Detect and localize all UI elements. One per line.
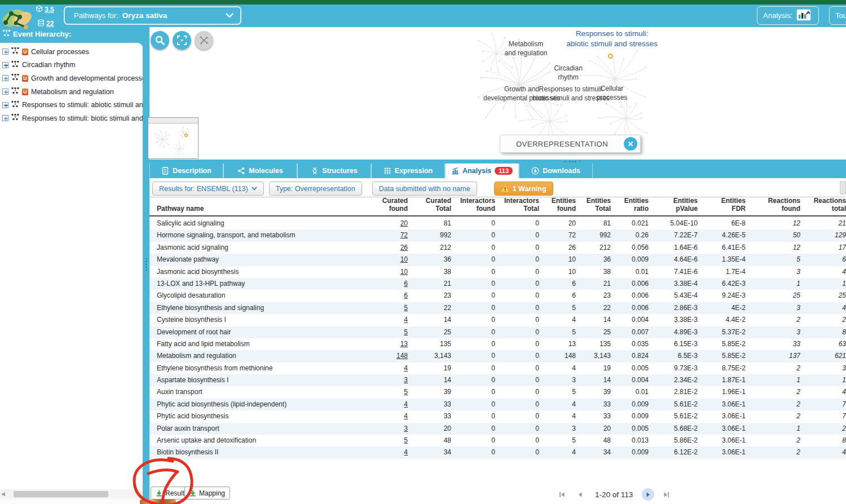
- table-row[interactable]: Jasmonic acid signaling 26 212 0 0 26 21…: [149, 242, 846, 254]
- pathway-name-link[interactable]: 13-LOX and 13-HPL pathway: [157, 280, 245, 288]
- table-row[interactable]: Fatty acid and lipid metabolism 13 135 0…: [149, 338, 846, 350]
- diagram-version-link[interactable]: 3.5: [36, 5, 54, 14]
- curated-found-link[interactable]: 6: [404, 291, 408, 299]
- curated-found-link[interactable]: 3: [404, 376, 408, 384]
- expand-plus-icon[interactable]: [2, 115, 8, 121]
- app-logo[interactable]: [1, 6, 34, 32]
- pathway-label-abiotic-selected[interactable]: Responses to stimuli: abiotic stimuli an…: [558, 29, 666, 48]
- table-row[interactable]: Arsenic uptake and detoxification 5 48 0…: [149, 435, 846, 446]
- pathway-label-circadian[interactable]: Circadian rhythm: [541, 64, 595, 82]
- tab-molecules[interactable]: Molecules: [223, 163, 297, 178]
- sidebar-item-label[interactable]: Responses to stimuli: biotic stimuli and…: [22, 114, 143, 122]
- scrollbar-thumb[interactable]: [14, 491, 108, 497]
- curated-found-link[interactable]: 13: [400, 340, 408, 348]
- pathway-name-link[interactable]: Auxin transport: [157, 388, 202, 396]
- selected-pathway-marker[interactable]: [608, 54, 613, 59]
- last-page-icon[interactable]: [660, 488, 672, 501]
- scroll-left-icon[interactable]: ◀: [1, 491, 5, 497]
- column-header[interactable]: Entities FDR: [698, 197, 746, 215]
- table-row[interactable]: Metabolism and regulation 148 3,143 0 0 …: [149, 350, 846, 362]
- sidebar-item-label[interactable]: Circadian rhythm: [22, 61, 75, 69]
- curated-found-link[interactable]: 10: [400, 255, 408, 263]
- pathway-name-link[interactable]: Salicylic acid signaling: [157, 219, 224, 227]
- species-selector[interactable]: Pathways for: Oryza sativa: [64, 6, 241, 25]
- results-for-dropdown[interactable]: Results for: ENSEMBL (113): [152, 182, 264, 196]
- table-row[interactable]: Auxin transport 5 39 0 0 5 39 0.01 2.81E…: [149, 386, 846, 398]
- curated-found-link[interactable]: 5: [404, 388, 408, 396]
- vertical-scrollbar-thumb[interactable]: [840, 181, 846, 194]
- pathway-label-metabolism[interactable]: Metabolism and regulation: [485, 40, 567, 58]
- column-header[interactable]: Reactions total: [800, 197, 846, 215]
- close-icon[interactable]: ✕: [624, 137, 637, 151]
- curated-found-link[interactable]: 148: [396, 352, 408, 360]
- pathway-name-link[interactable]: Metabolism and regulation: [157, 352, 236, 360]
- expand-plus-icon[interactable]: [2, 75, 8, 81]
- sidebar-item-label[interactable]: Growth and developmental processes: [31, 74, 143, 82]
- splitter-handle-icon[interactable]: ● ●●● ▾: [564, 160, 581, 163]
- table-row[interactable]: Biotin biosynthesis II 4 34 0 0 4 34 0.0…: [149, 446, 846, 458]
- curated-found-link[interactable]: 4: [404, 400, 408, 408]
- table-row[interactable]: Polar auxin transport 3 20 0 0 3 20 0.00…: [149, 423, 846, 435]
- sidebar-item-growth-developmental[interactable]: U Growth and developmental processes: [0, 72, 143, 85]
- table-row[interactable]: Salicylic acid signaling 20 81 0 0 20 81…: [149, 218, 846, 229]
- warning-button[interactable]: 1 Warning: [494, 182, 553, 196]
- pathway-diagram-canvas[interactable]: Metabolism and regulation Responses to s…: [149, 27, 846, 160]
- table-row[interactable]: Cysteine biosynthesis I 4 14 0 0 4 14 0.…: [149, 314, 846, 326]
- first-page-icon[interactable]: [556, 488, 568, 501]
- table-row[interactable]: Jasmonic acid biosynthesis 10 38 0 0 10 …: [149, 266, 846, 278]
- column-header[interactable]: Entities ratio: [611, 197, 649, 215]
- column-header[interactable]: Interactors Total: [495, 197, 539, 215]
- analysis-tools-button[interactable]: Analysis:: [757, 6, 819, 25]
- tab-description[interactable]: Description: [149, 163, 223, 178]
- table-row[interactable]: Phytic acid biosynthesis 4 33 0 0 4 33 0…: [149, 410, 846, 422]
- pathway-name-link[interactable]: Phytic acid biosynthesis (lipid-independ…: [157, 400, 287, 408]
- table-row[interactable]: Aspartate biosynthesis I 3 14 0 0 3 14 0…: [149, 374, 846, 386]
- pathway-name-link[interactable]: Jasmonic acid biosynthesis: [157, 268, 239, 276]
- sidebar-item-label[interactable]: Cellular processes: [31, 48, 89, 56]
- column-header[interactable]: Entities pValue: [649, 197, 698, 215]
- pathway-name-link[interactable]: Cysteine biosynthesis I: [157, 316, 226, 324]
- table-row[interactable]: Ethylene biosynthesis from methionine 4 …: [149, 362, 846, 374]
- analysis-type-button[interactable]: Type: Overrepresentation: [269, 182, 362, 196]
- tab-structures[interactable]: Structures: [297, 163, 371, 178]
- pathway-name-link[interactable]: Biotin biosynthesis II: [157, 448, 218, 456]
- curated-found-link[interactable]: 4: [404, 364, 408, 372]
- tab-expression[interactable]: Expression: [371, 163, 445, 178]
- horizontal-splitter[interactable]: ● ●●● ▾: [149, 160, 846, 163]
- search-zoom-button[interactable]: [151, 31, 169, 50]
- curated-found-link[interactable]: 5: [404, 304, 408, 312]
- tour-button[interactable]: Tou: [829, 6, 846, 25]
- sidebar-item-metabolism-regulation[interactable]: U Metabolism and regulation: [0, 85, 143, 99]
- tab-downloads[interactable]: Downloads: [519, 163, 593, 178]
- pathway-overview-button[interactable]: [195, 31, 213, 50]
- table-row[interactable]: Development of root hair 5 25 0 0 5 25 0…: [149, 326, 846, 338]
- table-row[interactable]: Ethylene biosynthesis and signaling 5 22…: [149, 302, 846, 314]
- pathway-name-link[interactable]: Hormone signaling, transport, and metabo…: [157, 231, 295, 239]
- pathway-name-link[interactable]: Development of root hair: [157, 328, 231, 336]
- table-row[interactable]: Mevalonate pathway 10 36 0 0 10 36 0.009…: [149, 254, 846, 266]
- table-row[interactable]: Phytic acid biosynthesis (lipid-independ…: [149, 399, 846, 410]
- sidebar-item-label[interactable]: Metabolism and regulation: [31, 88, 114, 96]
- curated-found-link[interactable]: 3: [404, 425, 408, 432]
- curated-found-link[interactable]: 4: [404, 448, 408, 456]
- pathway-name-link[interactable]: Ethylene biosynthesis from methionine: [157, 364, 272, 372]
- column-header[interactable]: Reactions found: [746, 197, 800, 215]
- pathway-name-link[interactable]: Aspartate biosynthesis I: [157, 376, 228, 384]
- column-header[interactable]: Pathway name: [149, 205, 365, 215]
- sidebar-item-circadian-rhythm[interactable]: Circadian rhythm: [0, 59, 143, 72]
- curated-found-link[interactable]: 4: [404, 412, 408, 420]
- pathway-name-link[interactable]: Glycolipid desaturation: [157, 291, 225, 299]
- table-row[interactable]: Hormone signaling, transport, and metabo…: [149, 229, 846, 241]
- diagram-minimap[interactable]: [148, 117, 199, 159]
- curated-found-link[interactable]: 5: [404, 436, 408, 444]
- sidebar-item-cellular-processes[interactable]: U Cellular processes: [0, 45, 143, 59]
- column-header[interactable]: Curated found: [365, 197, 408, 215]
- curated-found-link[interactable]: 26: [400, 244, 408, 251]
- expand-plus-icon[interactable]: [2, 62, 8, 68]
- database-version-link[interactable]: 22: [37, 19, 54, 28]
- splitter-handle-icon[interactable]: ◂●●●●: [144, 257, 148, 271]
- horizontal-scrollbar[interactable]: ◀: [0, 489, 143, 499]
- pathway-name-link[interactable]: Phytic acid biosynthesis: [157, 412, 228, 420]
- column-header[interactable]: Entities found: [539, 197, 576, 215]
- curated-found-link[interactable]: 6: [404, 280, 408, 288]
